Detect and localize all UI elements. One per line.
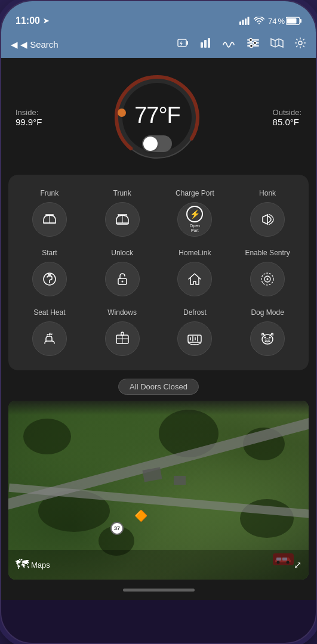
svg-point-15 xyxy=(250,39,253,42)
temperature-gauge[interactable]: 77°F xyxy=(109,70,205,165)
temperature-dot xyxy=(118,109,126,117)
svg-point-30 xyxy=(121,281,123,283)
nav-gear-icon[interactable] xyxy=(294,37,306,52)
svg-rect-8 xyxy=(186,41,188,45)
nav-icons xyxy=(177,37,306,52)
unlock-label: Unlock xyxy=(111,249,133,257)
inside-temp: Inside: 99.9°F xyxy=(16,108,42,127)
map-section[interactable]: 🔶 37 xyxy=(8,401,309,580)
svg-point-33 xyxy=(267,278,269,280)
start-control[interactable]: Start xyxy=(13,244,86,301)
frunk-label: Frunk xyxy=(41,189,59,197)
start-icon xyxy=(41,271,58,287)
homelink-control[interactable]: HomeLink xyxy=(159,244,232,301)
charge-port-icon: ⚡ OpenPort xyxy=(186,206,203,233)
controls-panel: Frunk Trunk xyxy=(8,175,309,370)
frunk-icon xyxy=(41,211,58,228)
svg-point-43 xyxy=(266,339,269,341)
status-right: 74% xyxy=(239,17,301,26)
trunk-icon xyxy=(114,211,131,228)
svg-rect-11 xyxy=(208,38,210,48)
sentry-label: Enable Sentry xyxy=(245,249,290,257)
signal-icon xyxy=(239,17,250,25)
windows-control[interactable]: Windows xyxy=(86,304,159,361)
ac-toggle[interactable] xyxy=(142,135,172,152)
nav-chart-icon[interactable] xyxy=(200,38,212,51)
honk-icon xyxy=(259,211,276,228)
outside-temp: Outside: 85.0°F xyxy=(273,108,301,127)
charge-port-control[interactable]: Charge Port ⚡ OpenPort xyxy=(159,184,232,242)
doors-status-badge: All Doors Closed xyxy=(118,379,199,395)
temp-display: 77°F xyxy=(134,103,180,128)
unlock-button[interactable] xyxy=(105,262,140,296)
battery-percent: 74 xyxy=(268,17,276,26)
main-temp-value: 77°F xyxy=(134,103,180,128)
dog-mode-icon xyxy=(259,330,276,347)
sentry-button[interactable] xyxy=(250,262,285,296)
temperature-section: Inside: 99.9°F 77°F xyxy=(1,58,316,175)
main-content: Inside: 99.9°F 77°F xyxy=(1,58,316,580)
nav-controls-icon[interactable] xyxy=(247,38,260,51)
homelink-button[interactable] xyxy=(177,262,212,296)
maps-label: Maps xyxy=(31,561,50,569)
sentry-control[interactable]: Enable Sentry xyxy=(231,244,304,301)
start-label: Start xyxy=(42,249,57,257)
seat-heat-icon xyxy=(41,330,58,347)
trunk-label: Trunk xyxy=(113,189,131,197)
time-display: 11:00 xyxy=(16,16,40,26)
defrost-control[interactable]: Defrost xyxy=(159,304,232,361)
expand-icon[interactable]: ⤢ xyxy=(294,559,301,571)
trunk-button[interactable] xyxy=(105,202,140,237)
nav-map-icon[interactable] xyxy=(270,38,284,51)
svg-rect-2 xyxy=(245,18,247,25)
seat-heat-button[interactable] xyxy=(32,321,67,356)
start-button[interactable] xyxy=(32,262,67,296)
frunk-button[interactable] xyxy=(32,202,67,237)
outside-label: Outside: xyxy=(273,108,301,117)
charge-port-label: Charge Port xyxy=(176,189,214,197)
status-time: 11:00 ➤ xyxy=(16,16,49,26)
svg-point-21 xyxy=(298,41,302,45)
defrost-label: Defrost xyxy=(183,308,207,317)
maps-logo[interactable]: 🗺 Maps xyxy=(16,557,50,572)
svg-point-17 xyxy=(250,45,253,48)
map-blur-overlay xyxy=(8,401,309,415)
defrost-button[interactable] xyxy=(177,321,212,356)
svg-rect-9 xyxy=(201,42,203,48)
nav-battery-icon[interactable] xyxy=(177,38,189,51)
windows-label: Windows xyxy=(107,308,137,317)
controls-grid: Frunk Trunk xyxy=(13,184,304,361)
seat-heat-control[interactable]: Seat Heat xyxy=(13,304,86,361)
svg-point-16 xyxy=(254,42,257,45)
wifi-icon xyxy=(254,17,264,25)
svg-rect-1 xyxy=(242,20,244,25)
back-button[interactable]: ◀ ◀ Search xyxy=(11,39,59,50)
dog-mode-button[interactable] xyxy=(250,321,285,356)
outside-value: 85.0°F xyxy=(273,117,301,127)
svg-point-41 xyxy=(264,337,266,339)
nav-range-icon[interactable] xyxy=(223,38,236,51)
windows-button[interactable] xyxy=(105,321,140,356)
unlock-control[interactable]: Unlock xyxy=(86,244,159,301)
road-number: 37 xyxy=(114,525,120,531)
svg-rect-10 xyxy=(204,40,207,48)
honk-control[interactable]: Honk xyxy=(231,184,304,242)
trunk-control[interactable]: Trunk xyxy=(86,184,159,242)
map-car-pin: 🔶 xyxy=(134,509,147,522)
defrost-icon xyxy=(186,330,203,347)
svg-rect-0 xyxy=(239,21,241,25)
battery-icon: 74% xyxy=(268,17,301,26)
phone-frame: 11:00 ➤ 74% xyxy=(0,0,317,644)
honk-button[interactable] xyxy=(250,202,285,237)
svg-point-42 xyxy=(269,337,271,339)
charge-port-button[interactable]: ⚡ OpenPort xyxy=(177,202,212,237)
doors-status-container: All Doors Closed xyxy=(1,379,316,395)
home-bar xyxy=(123,589,195,592)
frunk-control[interactable]: Frunk xyxy=(13,184,86,242)
dog-mode-control[interactable]: Dog Mode xyxy=(231,304,304,361)
seat-heat-label: Seat Heat xyxy=(33,308,65,317)
sentry-icon xyxy=(259,271,276,287)
svg-rect-6 xyxy=(287,18,297,24)
svg-rect-5 xyxy=(300,19,302,23)
svg-marker-18 xyxy=(271,39,283,47)
